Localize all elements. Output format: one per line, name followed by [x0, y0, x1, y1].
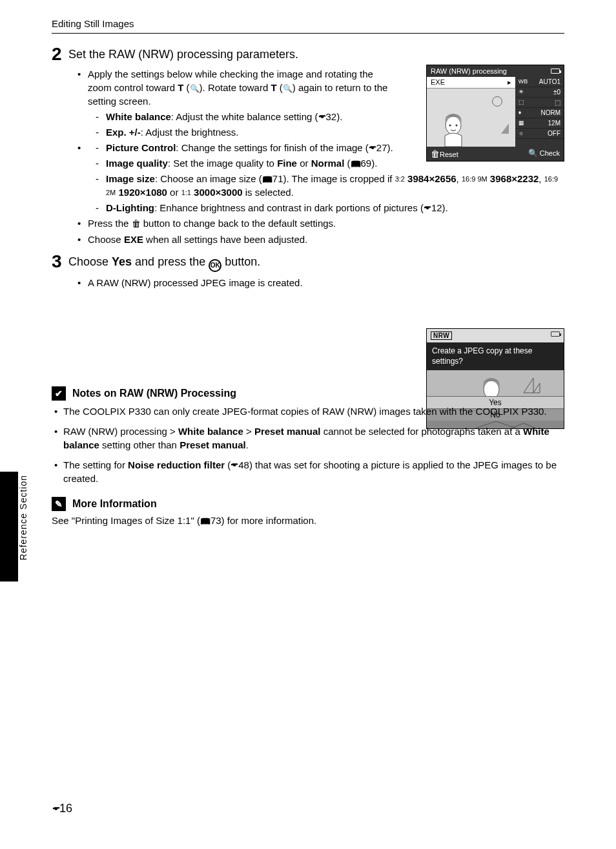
step-2-body: Apply the settings below while checking … — [76, 67, 393, 139]
step-3-title: Choose Yes and press the OK button. — [68, 253, 260, 272]
step-number: 2 — [52, 45, 68, 63]
camera-screen-raw-processing: RAW (NRW) processing EXE▸ WBAUTO1 ☀ — [426, 65, 564, 162]
ref-icon: 🖛 — [52, 804, 59, 813]
exe-instruction: Choose EXE when all settings have been a… — [76, 233, 560, 246]
header-title: Editing Still Images — [52, 18, 134, 29]
side-tab — [0, 472, 18, 582]
cam-footer: Reset Check — [427, 147, 564, 161]
pencil-box-icon: ✎ — [52, 497, 66, 511]
step-3-body: A RAW (NRW) processed JPEG image is crea… — [76, 276, 393, 289]
ratio-icon: 1:1 — [181, 189, 191, 196]
more-info-title: More Information — [72, 498, 157, 510]
svg-point-0 — [446, 116, 461, 134]
reset-instruction: Press the button to change back to the d… — [76, 216, 560, 231]
ref-icon: 🖛 — [424, 203, 431, 214]
svg-point-1 — [449, 125, 451, 127]
trash-icon — [431, 151, 440, 158]
d-lighting-item: D-Lighting: Enhance brightness and contr… — [96, 201, 560, 215]
cam2-preview — [427, 370, 564, 396]
battery-icon — [551, 331, 560, 337]
side-tab-label: Reference Section — [18, 475, 28, 560]
step3-result: A RAW (NRW) processed JPEG image is crea… — [76, 276, 393, 289]
book-icon — [262, 173, 272, 184]
note-1: The COOLPIX P330 can only create JPEG-fo… — [52, 404, 564, 418]
ok-icon: OK — [209, 259, 221, 272]
sun-shape — [492, 96, 502, 107]
notes-section: ✔ Notes on RAW (NRW) Processing The COOL… — [52, 386, 564, 526]
page-number: 🖛16 — [52, 802, 72, 815]
face-drawing — [440, 111, 467, 147]
ref-icon: 🖛 — [369, 143, 376, 154]
svg-point-3 — [484, 381, 499, 396]
exe-label: EXE▸ — [427, 77, 515, 89]
note-2: RAW (NRW) processing > White balance > P… — [52, 424, 564, 452]
photo-preview — [427, 89, 515, 147]
ratio-icon: 16:9 9M — [462, 175, 488, 183]
notes-title: Notes on RAW (NRW) Processing — [72, 388, 236, 399]
battery-icon — [551, 68, 560, 74]
step-2-title: Set the RAW (NRW) processing parameters. — [68, 45, 298, 62]
more-info-text: See "Printing Images of Size 1:1" (73) f… — [52, 515, 564, 526]
book-icon — [351, 158, 361, 169]
cam2-header: NRW — [427, 329, 564, 342]
chevron-right-icon: ▸ — [508, 78, 511, 87]
cam-settings-panel: WBAUTO1 ☀±0 ⬚⬚ ♦NORM ▦12M ☼OFF — [515, 77, 564, 147]
book-icon — [200, 515, 210, 526]
white-balance-item: White balance: Adjust the white balance … — [96, 110, 393, 123]
check-box-icon: ✔ — [52, 386, 66, 401]
ref-icon: 🖛 — [318, 112, 326, 123]
zoom-icon — [190, 82, 200, 93]
step-3: 3 Choose Yes and press the OK button. — [52, 253, 564, 272]
step2-intro: Apply the settings below while checking … — [76, 67, 393, 139]
cam-title-bar: RAW (NRW) processing — [427, 65, 564, 77]
sail-shape — [501, 123, 509, 134]
zoom-icon — [283, 82, 293, 93]
ref-icon: 🖛 — [231, 460, 238, 471]
cam2-message: Create a JPEG copy at these settings? — [427, 342, 564, 370]
trash-icon — [132, 218, 141, 229]
step-number: 3 — [52, 253, 68, 271]
ratio-icon: 3:2 — [395, 175, 405, 183]
page-header: Editing Still Images — [52, 18, 564, 34]
image-size-item: Image size: Choose an image size (71). T… — [96, 172, 560, 199]
zoom-icon — [528, 149, 538, 157]
exposure-item: Exp. +/-: Adjust the brightness. — [96, 125, 393, 139]
nrw-badge: NRW — [431, 331, 452, 340]
note-3: The setting for Noise reduction filter (… — [52, 458, 564, 485]
step-2: 2 Set the RAW (NRW) processing parameter… — [52, 45, 564, 63]
svg-point-2 — [456, 125, 458, 127]
